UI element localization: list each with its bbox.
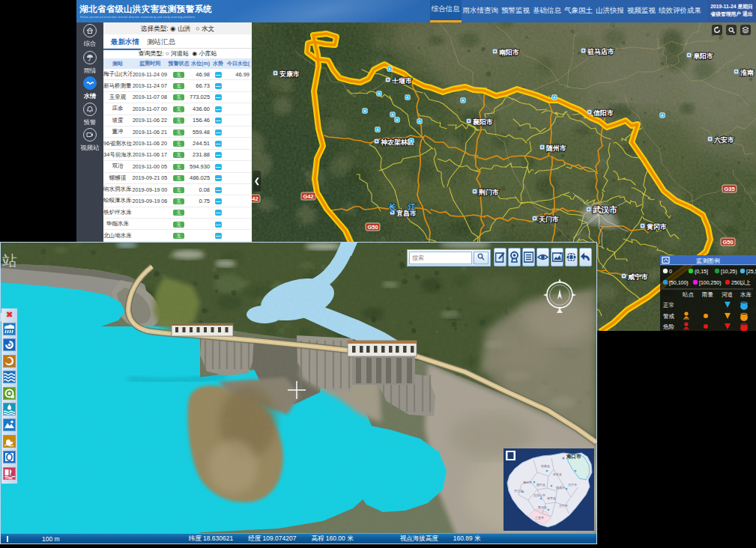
svg-text:儋州市: 儋州市	[523, 481, 532, 484]
svg-text:危险: 危险	[663, 323, 675, 330]
svg-text:昌江县: 昌江县	[514, 489, 523, 493]
svg-text:安康市: 安康市	[279, 70, 300, 78]
svg-text:六安市: 六安市	[713, 136, 734, 144]
svg-text:阜阳市: 阜阳市	[693, 52, 713, 60]
svg-text:警戒: 警戒	[663, 313, 675, 320]
svg-text:0: 0	[669, 269, 672, 274]
svg-text:南阳市: 南阳市	[499, 49, 519, 56]
svg-text:十堰市: 十堰市	[391, 77, 412, 85]
svg-text:驻马店市: 驻马店市	[587, 48, 614, 55]
svg-text:[50,100): [50,100)	[669, 280, 689, 286]
svg-text:三亚市: 三亚市	[535, 516, 544, 520]
svg-text:武汉市: 武汉市	[592, 205, 617, 214]
svg-text:海口市: 海口市	[566, 454, 581, 460]
svg-text:万宁市: 万宁市	[559, 504, 568, 508]
svg-text:陵水县: 陵水县	[538, 505, 547, 509]
svg-text:站点: 站点	[682, 291, 695, 298]
svg-text:五指山市: 五指山市	[533, 493, 545, 497]
svg-text:(0,15]: (0,15]	[695, 269, 708, 275]
svg-text:[100,250): [100,250)	[699, 280, 722, 286]
svg-text:咸宁市: 咸宁市	[627, 273, 648, 281]
svg-text:襄阳市: 襄阳市	[472, 118, 493, 126]
svg-text:淮南: 淮南	[740, 69, 754, 76]
svg-text:监测图例: 监测图例	[696, 258, 720, 264]
svg-text:G50: G50	[367, 224, 378, 231]
svg-text:万宁市: 万宁市	[568, 483, 577, 487]
svg-text:定安县: 定安县	[553, 472, 562, 476]
svg-text:G42: G42	[252, 195, 258, 202]
svg-text:随州市: 随州市	[546, 144, 566, 152]
svg-text:河道: 河道	[722, 291, 734, 298]
svg-text:[10,25): [10,25)	[721, 269, 737, 275]
svg-text:[25,50): [25,50)	[746, 269, 756, 275]
svg-text:水库: 水库	[740, 291, 752, 298]
svg-text:长 江: 长 江	[388, 202, 420, 211]
svg-text:雨量: 雨量	[701, 291, 714, 298]
svg-text:250以上: 250以上	[731, 280, 751, 285]
svg-text:G50: G50	[722, 239, 733, 246]
svg-text:黄冈市: 黄冈市	[647, 223, 667, 231]
svg-text:天门市: 天门市	[538, 216, 559, 223]
svg-text:G42: G42	[303, 193, 313, 200]
svg-text:荆门市: 荆门市	[478, 189, 499, 196]
svg-text:G35: G35	[724, 186, 734, 192]
svg-text:正常: 正常	[663, 302, 674, 308]
svg-text:临高县: 临高县	[541, 464, 550, 468]
svg-text:保亭县: 保亭县	[547, 496, 556, 500]
svg-text:琼中县: 琼中县	[536, 483, 545, 487]
svg-text:信阳市: 信阳市	[593, 109, 614, 117]
svg-text:琼海市: 琼海市	[556, 486, 565, 490]
